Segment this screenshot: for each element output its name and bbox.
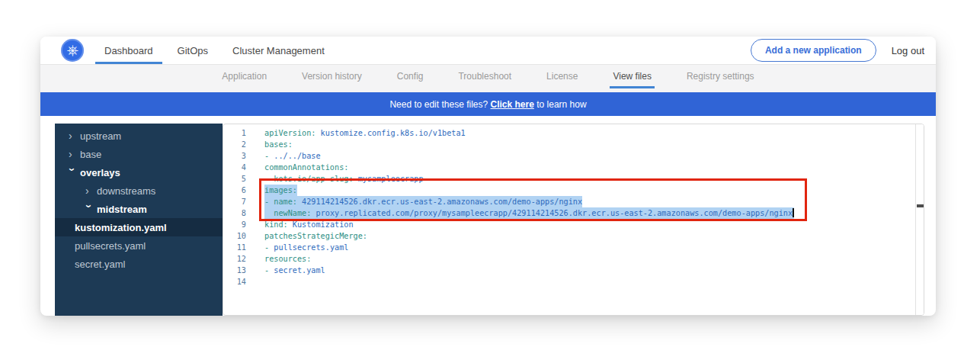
code-line-9[interactable]: 9kind: Kustomization [223,219,924,230]
tree-item-label: midstream [97,204,147,215]
tree-item-label: secret.yaml [75,259,125,270]
application-nav-bar: ApplicationVersion historyConfigTroubles… [40,65,936,92]
top-right-actions: Add a new application Log out [751,39,924,62]
line-text: - ../../base [264,150,321,162]
tab-version-history[interactable]: Version history [302,65,362,92]
line-number: 11 [223,242,246,253]
tree-item-downstreams[interactable]: ›downstreams [55,182,223,200]
file-tree-sidebar: ›upstream›base›overlays›downstreams›mids… [55,124,223,316]
line-number: 10 [223,230,246,242]
line-text: - secret.yaml [264,265,325,276]
tree-item-upstream[interactable]: ›upstream [55,127,223,145]
text-cursor [793,208,794,217]
line-text: - pullsecrets.yaml [264,242,348,253]
kubernetes-helm-icon: ⎈ [61,39,84,62]
chevron-down-icon[interactable]: › [69,168,76,175]
line-number: 6 [223,185,246,196]
chevron-down-icon[interactable]: › [85,204,93,212]
code-line-10[interactable]: 10patchesStrategicMerge: [223,230,924,242]
line-number: 5 [223,173,246,185]
tree-item-label: downstreams [97,185,155,197]
tab-troubleshoot[interactable]: Troubleshoot [458,65,511,92]
line-number: 14 [223,276,246,288]
line-number: 7 [223,196,246,207]
editor-scrollbar-thumb[interactable] [917,204,924,207]
line-text: kind: Kustomization [264,219,354,230]
yaml-editor[interactable]: 1apiVersion: kustomize.config.k8s.io/v1b… [223,124,924,316]
editor-scrollbar[interactable] [915,124,924,315]
line-text: apiVersion: kustomize.config.k8s.io/v1be… [264,127,466,139]
line-text: commonAnnotations: [264,162,348,173]
tree-item-label: base [80,149,101,160]
tree-item-midstream[interactable]: ›midstream [55,200,223,218]
banner-text-before: Need to edit these files? [389,99,490,110]
tree-item-label: overlays [80,167,120,178]
line-text: - name: 429114214526.dkr.ecr.us-east-2.a… [264,196,582,207]
chevron-right-icon[interactable]: › [69,132,76,140]
code-line-5[interactable]: 5 kots.io/app-slug: mysampleecrapp [223,173,924,185]
tab-registry-settings[interactable]: Registry settings [687,65,754,92]
edit-files-banner: Need to edit these files? Click here to … [40,92,936,116]
tree-item-kustomization-yaml[interactable]: kustomization.yaml [55,218,223,236]
top-nav-bar: ⎈ DashboardGitOpsCluster Management Add … [40,37,936,65]
line-number: 12 [223,253,246,265]
banner-click-here-link[interactable]: Click here [491,99,534,110]
top-tab-cluster-management[interactable]: Cluster Management [223,37,334,64]
code-line-2[interactable]: 2bases: [223,139,924,150]
code-line-13[interactable]: 13- secret.yaml [223,265,924,276]
code-line-3[interactable]: 3- ../../base [223,150,924,162]
chevron-right-icon[interactable]: › [85,187,93,194]
line-number: 8 [223,207,246,219]
code-line-7[interactable]: 7- name: 429114214526.dkr.ecr.us-east-2.… [223,196,924,207]
page: ⎈ DashboardGitOpsCluster Management Add … [0,0,980,363]
code-line-14[interactable]: 14 [223,276,924,288]
code-line-11[interactable]: 11- pullsecrets.yaml [223,242,924,253]
banner-text-after: to learn how [534,99,587,110]
tree-item-label: kustomization.yaml [75,222,167,233]
tab-license[interactable]: License [546,65,578,92]
line-text: patchesStrategicMerge: [264,230,367,242]
line-number: 4 [223,162,246,173]
line-text: kots.io/app-slug: mysampleecrapp [264,173,424,185]
tab-application[interactable]: Application [222,65,267,92]
admin-console-card: ⎈ DashboardGitOpsCluster Management Add … [40,37,936,316]
code-line-4[interactable]: 4commonAnnotations: [223,162,924,173]
tree-item-label: pullsecrets.yaml [75,240,146,252]
code-line-12[interactable]: 12resources: [223,253,924,265]
view-files-content: ›upstream›base›overlays›downstreams›mids… [55,124,924,316]
line-number: 9 [223,219,246,230]
tab-view-files[interactable]: View files [613,65,651,92]
chevron-right-icon[interactable]: › [69,150,76,158]
tree-item-base[interactable]: ›base [55,145,223,163]
tree-item-secret-yaml[interactable]: secret.yaml [55,255,223,273]
top-tab-dashboard[interactable]: Dashboard [95,37,162,64]
tab-config[interactable]: Config [397,65,424,92]
line-number: 1 [223,127,246,139]
code-line-8[interactable]: 8 newName: proxy.replicated.com/proxy/my… [223,207,924,219]
line-text: images: [264,185,297,196]
line-text: bases: [264,139,293,150]
add-new-application-button[interactable]: Add a new application [751,39,876,62]
tree-item-pullsecrets-yaml[interactable]: pullsecrets.yaml [55,236,223,255]
line-number: 2 [223,139,246,150]
line-text: newName: proxy.replicated.com/proxy/mysa… [264,207,794,219]
line-text: resources: [264,253,311,265]
line-number: 3 [223,150,246,162]
tree-item-label: upstream [80,130,121,142]
top-tab-gitops[interactable]: GitOps [168,37,217,64]
code-line-1[interactable]: 1apiVersion: kustomize.config.k8s.io/v1b… [223,127,924,139]
top-tabs: DashboardGitOpsCluster Management [95,37,334,64]
code-line-6[interactable]: 6images: [223,185,924,196]
line-number: 13 [223,265,246,276]
tree-item-overlays[interactable]: ›overlays [55,163,223,182]
logout-link[interactable]: Log out [892,45,924,56]
